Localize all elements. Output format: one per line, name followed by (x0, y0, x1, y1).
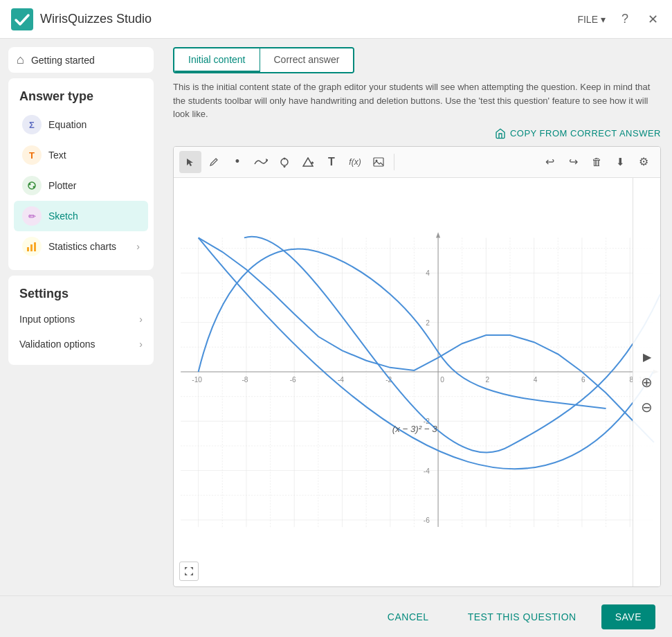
sidebar-item-statistics[interactable]: Statistics charts › (14, 231, 148, 262)
svg-point-2 (29, 183, 31, 186)
play-button[interactable]: ▶ (636, 346, 658, 368)
copy-from-correct-answer-button[interactable]: COPY FROM CORRECT ANSWER (173, 128, 661, 139)
formula-tool-button[interactable]: f(x) (344, 151, 366, 173)
point-tool-button[interactable]: • (226, 151, 248, 173)
undo-button[interactable]: ↩ (538, 151, 561, 173)
download-button[interactable]: ⬇ (609, 151, 631, 173)
sidebar-item-equation[interactable]: Σ Equation (14, 109, 148, 140)
point-icon: • (235, 154, 239, 169)
svg-rect-6 (34, 242, 36, 251)
redo-button[interactable]: ↪ (562, 151, 584, 173)
text-tool-button[interactable]: T (320, 151, 343, 173)
tab-group: Initial content Correct answer (173, 47, 354, 73)
svg-text:0: 0 (440, 376, 444, 384)
svg-rect-5 (30, 244, 33, 251)
home-icon: ⌂ (17, 53, 24, 67)
image-icon (373, 157, 384, 167)
graph-canvas: -10 -8 -6 -4 -2 0 2 4 6 8 10 4 2 -2 -4 (174, 178, 660, 587)
expand-icon (184, 566, 194, 576)
zoom-in-button[interactable]: ⊕ (636, 371, 658, 393)
input-options-chevron-icon: › (139, 314, 143, 325)
validation-options-label: Validation options (19, 339, 95, 350)
help-icon[interactable]: ? (617, 11, 633, 28)
graph-toolbar: • (174, 147, 660, 178)
titlebar-actions: FILE ▾ ? ✕ (577, 11, 661, 28)
text-label: Text (48, 150, 140, 161)
pen-tool-button[interactable] (203, 151, 225, 173)
graph-editor: • (173, 146, 661, 588)
expand-button[interactable] (179, 562, 199, 581)
save-button[interactable]: SAVE (601, 604, 655, 629)
graph-right-controls: ▶ ⊕ ⊖ (633, 178, 660, 587)
svg-text:-10: -10 (192, 376, 202, 384)
graph-svg: -10 -8 -6 -4 -2 0 2 4 6 8 10 4 2 -2 -4 (174, 178, 660, 587)
sidebar-item-home[interactable]: ⌂ Getting started (8, 47, 154, 73)
sidebar-item-plotter[interactable]: Plotter (14, 170, 148, 201)
select-tool-button[interactable] (179, 151, 201, 173)
copy-icon (495, 128, 506, 139)
cancel-button[interactable]: CANCEL (374, 604, 443, 629)
answer-type-title: Answer type (14, 87, 148, 109)
app-logo (11, 8, 33, 30)
app-title: WirisQuizzes Studio (40, 12, 577, 26)
input-options-label: Input options (19, 314, 75, 325)
zoom-out-button[interactable]: ⊖ (636, 396, 658, 418)
sidebar-item-text[interactable]: T Text (14, 140, 148, 170)
svg-text:-8: -8 (242, 376, 248, 384)
statistics-chevron-icon: › (136, 241, 140, 252)
equation-label: Equation (48, 119, 140, 130)
svg-text:4: 4 (426, 269, 430, 277)
curve-tool-button[interactable] (250, 151, 272, 173)
svg-text:6: 6 (581, 376, 585, 384)
delete-button[interactable]: 🗑 (585, 151, 608, 173)
sidebar-item-input-options[interactable]: Input options › (14, 307, 148, 332)
statistics-label: Statistics charts (48, 241, 129, 252)
sidebar-item-sketch[interactable]: ✏ Sketch (14, 201, 148, 231)
curve-icon (254, 157, 268, 167)
svg-text:2: 2 (426, 318, 430, 326)
sidebar: ⌂ Getting started Answer type Σ Equation… (0, 39, 162, 595)
content-area: Initial content Correct answer This is t… (162, 39, 672, 595)
file-dropdown-icon: ▾ (601, 14, 606, 25)
svg-rect-4 (27, 247, 29, 251)
svg-text:4: 4 (534, 376, 538, 384)
svg-text:2: 2 (486, 376, 490, 384)
close-icon[interactable]: ✕ (644, 11, 661, 28)
svg-marker-10 (283, 166, 286, 168)
statistics-icon (22, 237, 42, 256)
equation-icon: Σ (22, 115, 42, 134)
settings-button[interactable]: ⚙ (633, 151, 655, 173)
test-question-button[interactable]: TEST THIS QUESTION (454, 604, 590, 629)
sketch-label: Sketch (48, 210, 140, 222)
settings-section: Settings Input options › Validation opti… (8, 276, 154, 365)
circle-tool-button[interactable] (273, 151, 296, 173)
triangle-tool-button[interactable] (297, 151, 319, 173)
triangle-icon (302, 157, 314, 167)
equation-label: (x − 3)² − 3 (392, 423, 437, 433)
svg-point-3 (33, 186, 35, 188)
file-menu[interactable]: FILE ▾ (577, 14, 606, 25)
tab-correct-answer[interactable]: Correct answer (260, 48, 354, 72)
answer-type-section: Answer type Σ Equation T Text (8, 78, 154, 270)
main-layout: ⌂ Getting started Answer type Σ Equation… (0, 39, 672, 595)
svg-text:-4: -4 (424, 467, 430, 474)
image-tool-button[interactable] (367, 151, 390, 173)
svg-marker-11 (303, 158, 313, 166)
svg-text:-4: -4 (338, 376, 344, 384)
sketch-icon: ✏ (22, 206, 42, 226)
tab-initial-content[interactable]: Initial content (174, 48, 260, 72)
svg-text:-6: -6 (424, 516, 430, 523)
svg-point-1 (28, 182, 35, 189)
validation-options-chevron-icon: › (139, 339, 143, 350)
toolbar-separator (394, 154, 394, 170)
plotter-icon (22, 176, 42, 195)
sidebar-item-validation-options[interactable]: Validation options › (14, 332, 148, 357)
svg-text:-6: -6 (290, 376, 296, 384)
svg-marker-49 (436, 232, 440, 237)
footer: CANCEL TEST THIS QUESTION SAVE (0, 595, 672, 637)
text-icon: T (22, 145, 42, 165)
titlebar: WirisQuizzes Studio FILE ▾ ? ✕ (0, 0, 672, 39)
svg-point-9 (284, 157, 286, 159)
plotter-label: Plotter (48, 180, 140, 191)
select-icon (185, 157, 195, 167)
